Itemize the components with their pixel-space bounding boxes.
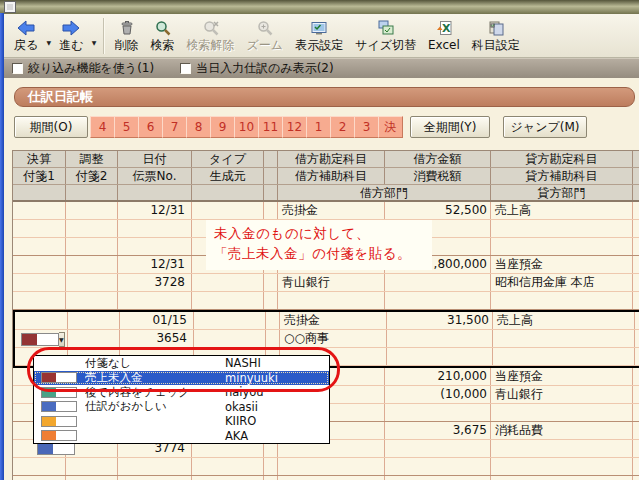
cell-amount[interactable]: 31,500 <box>387 312 493 329</box>
all-period-button[interactable]: 全期間(Y) <box>410 116 490 138</box>
cell-fusen1[interactable] <box>13 274 66 291</box>
cell-extra[interactable] <box>633 202 639 219</box>
cell-credit-dept[interactable] <box>491 404 633 421</box>
cell-date[interactable]: 01/15 <box>120 312 194 329</box>
cell-fusen2[interactable] <box>68 312 120 329</box>
cell-credit-sub[interactable] <box>491 220 633 237</box>
month-button-11[interactable]: 11 <box>258 116 283 138</box>
cell-date[interactable] <box>118 292 192 309</box>
cell-extra[interactable] <box>633 386 639 403</box>
fusen-option-check-later[interactable]: 後で内容をチェック naiyou <box>34 385 329 400</box>
cell-credit-account[interactable]: 売上高 <box>493 312 635 329</box>
cell-amount[interactable] <box>385 476 491 480</box>
cell-date[interactable] <box>118 476 192 480</box>
cell-debit-account[interactable] <box>278 476 385 480</box>
forward-button[interactable]: 進む <box>53 15 89 57</box>
cell-fusen2[interactable] <box>66 220 118 237</box>
forward-dropdown-caret[interactable]: ▼ <box>90 15 99 57</box>
cell-credit-account[interactable]: 消耗品費 <box>491 422 633 439</box>
cell-debit-sub[interactable]: 青山銀行 <box>278 274 385 291</box>
cell-credit-dept[interactable] <box>493 348 635 365</box>
month-button-12[interactable]: 12 <box>282 116 307 138</box>
fusen-option-unpaid-sales[interactable]: 売上未入金 minyuuki <box>34 371 329 386</box>
cell-voucher-no[interactable]: 3654 <box>120 330 194 347</box>
month-button-4[interactable]: 4 <box>90 116 115 138</box>
cell-fusen1[interactable] <box>13 202 66 219</box>
cell-type[interactable] <box>194 330 266 347</box>
cell-credit-dept[interactable] <box>491 458 633 475</box>
month-button-6[interactable]: 6 <box>138 116 163 138</box>
cell-credit-account[interactable]: 売上高 <box>491 202 633 219</box>
cell-date[interactable]: 12/31 <box>118 256 192 273</box>
filter-checkbox-narikomi[interactable]: 絞り込み機能を使う(1) <box>12 60 154 77</box>
app-icon[interactable] <box>4 1 16 13</box>
cell-fusen2[interactable] <box>66 292 118 309</box>
cell-type[interactable] <box>192 202 264 219</box>
cell-blank[interactable] <box>385 292 491 309</box>
cell-extra[interactable] <box>633 274 639 291</box>
cell-debit-sub[interactable]: ○○商事 <box>280 330 387 347</box>
month-button-2[interactable]: 2 <box>330 116 355 138</box>
cell-date[interactable] <box>118 458 192 475</box>
month-button-1[interactable]: 1 <box>306 116 331 138</box>
cell-voucher-no[interactable]: 3728 <box>118 274 192 291</box>
filter-checkbox-today-only[interactable]: 当日入力仕訳のみ表示(2) <box>180 60 334 77</box>
cell-extra[interactable] <box>635 330 639 347</box>
cell-extra[interactable] <box>633 220 639 237</box>
fusen-option-none[interactable]: 付箋なし NASHI <box>34 356 329 371</box>
cell-extra[interactable] <box>635 312 639 329</box>
cell-credit-account[interactable]: 当座預金 <box>491 368 633 385</box>
cell-fusen1[interactable] <box>13 458 66 475</box>
cell-tax[interactable] <box>385 440 491 457</box>
cell-extra[interactable] <box>633 368 639 385</box>
cell-fusen1[interactable] <box>13 220 66 237</box>
cell-fusen2[interactable] <box>66 238 118 255</box>
account-settings-button[interactable]: 科目設定 <box>466 15 526 57</box>
cell-debit-account[interactable]: 売掛金 <box>278 202 385 219</box>
cell-extra[interactable] <box>633 238 639 255</box>
fusen-option-aka[interactable]: AKA <box>34 429 329 443</box>
month-button-10[interactable]: 10 <box>234 116 259 138</box>
cell-fusen1[interactable] <box>15 312 68 329</box>
cell-blank[interactable] <box>385 458 491 475</box>
cell-tax[interactable] <box>385 274 491 291</box>
cell-tax[interactable]: (10,000 <box>385 386 491 403</box>
cell-debit-dept[interactable] <box>278 292 385 309</box>
back-dropdown-caret[interactable]: ▼ <box>44 15 53 57</box>
fusen-option-wrong-entry[interactable]: 仕訳がおかしい okasii <box>34 400 329 415</box>
cell-extra[interactable] <box>633 404 639 421</box>
cell-amount[interactable]: 52,500 <box>385 202 491 219</box>
cell-date[interactable] <box>118 238 192 255</box>
month-button-settlement[interactable]: 決 <box>378 116 403 138</box>
delete-button[interactable]: 削除 <box>109 15 145 57</box>
cell-extra[interactable] <box>635 348 639 365</box>
cell-fusen2[interactable] <box>66 458 118 475</box>
cell-fusen2[interactable] <box>66 476 118 480</box>
cell-debit-account[interactable]: 売掛金 <box>280 312 387 329</box>
month-button-9[interactable]: 9 <box>210 116 235 138</box>
cell-extra[interactable] <box>633 458 639 475</box>
month-button-8[interactable]: 8 <box>186 116 211 138</box>
fusen-option-kiiro[interactable]: KIIRO <box>34 414 329 428</box>
excel-button[interactable]: X Excel <box>422 15 466 57</box>
cell-extra[interactable] <box>633 476 639 480</box>
cell-extra[interactable] <box>633 422 639 439</box>
fusen-dropdown-button[interactable]: ▼ <box>59 332 65 347</box>
cell-fusen1[interactable] <box>13 238 66 255</box>
back-button[interactable]: 戻る <box>8 15 44 57</box>
display-settings-button[interactable]: 表示設定 <box>289 15 349 57</box>
cell-tax[interactable] <box>387 330 493 347</box>
cell-amount[interactable]: 210,000 <box>385 368 491 385</box>
month-button-3[interactable]: 3 <box>354 116 379 138</box>
cell-fusen2[interactable] <box>66 274 118 291</box>
period-button[interactable]: 期間(O) <box>14 116 88 138</box>
jump-button[interactable]: ジャンプ(M) <box>503 116 587 138</box>
cell-credit-dept[interactable] <box>491 292 633 309</box>
month-button-7[interactable]: 7 <box>162 116 187 138</box>
cell-date[interactable]: 12/31 <box>118 202 192 219</box>
cell-type[interactable] <box>192 458 264 475</box>
cell-credit-account[interactable] <box>491 476 633 480</box>
cell-amount[interactable]: 3,675 <box>385 422 491 439</box>
cell-credit-sub[interactable]: 昭和信用金庫 本店 <box>491 274 633 291</box>
cell-credit-account[interactable]: 当座預金 <box>491 256 633 273</box>
